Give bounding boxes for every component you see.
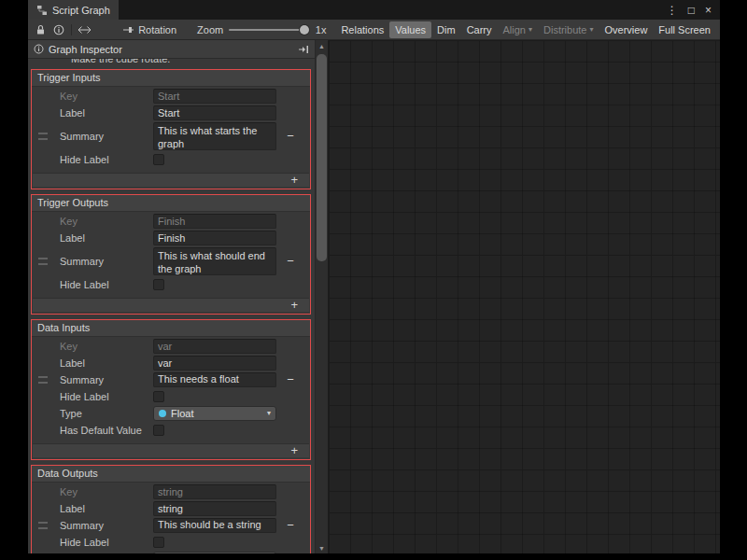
label-label: Label xyxy=(60,357,153,369)
close-icon[interactable]: × xyxy=(705,5,712,16)
dim-button[interactable]: Dim xyxy=(431,21,461,38)
remove-item-button[interactable]: − xyxy=(284,520,297,531)
add-item-button[interactable]: + xyxy=(290,445,298,456)
inspector-body: Make the cube rotate. Trigger Inputs Key… xyxy=(28,59,315,553)
main-area: Graph Inspector Make the cube rotate. Tr xyxy=(28,40,720,553)
has-default-label: Has Default Value xyxy=(60,425,153,436)
add-item-button[interactable]: + xyxy=(290,300,298,311)
summary-input[interactable]: This is what should end the graph xyxy=(153,247,276,275)
remove-item-button[interactable]: − xyxy=(284,131,297,142)
menu-icon[interactable]: ⋮ xyxy=(667,5,678,16)
window-controls: ⋮ □ × xyxy=(667,0,720,20)
list-footer: + xyxy=(33,173,309,187)
full-screen-button[interactable]: Full Screen xyxy=(653,21,716,38)
remove-item-button[interactable]: − xyxy=(284,256,297,267)
key-row: Key xyxy=(32,89,310,104)
inspector-scrollbar[interactable]: ▲ ▼ xyxy=(315,40,328,553)
relations-button[interactable]: Relations xyxy=(335,21,389,38)
drag-handle-icon[interactable] xyxy=(38,523,48,529)
drag-handle-icon[interactable] xyxy=(38,377,48,384)
key-row: Key xyxy=(32,484,310,499)
label-input[interactable] xyxy=(153,105,276,120)
scrollbar-thumb[interactable] xyxy=(317,54,327,261)
connections-icon[interactable] xyxy=(78,22,92,37)
add-item-button[interactable]: + xyxy=(290,175,298,186)
has-default-row: Has Default Value xyxy=(32,423,310,438)
hide-label-row: Hide Label xyxy=(32,277,310,292)
values-button[interactable]: Values xyxy=(389,21,431,38)
key-row: Key xyxy=(32,339,310,354)
scroll-down-icon[interactable]: ▼ xyxy=(316,542,328,553)
summary-input[interactable]: This should be a string xyxy=(153,518,276,533)
distribute-button[interactable]: Distribute ▾ xyxy=(538,21,599,38)
summary-input[interactable]: This needs a float xyxy=(153,372,276,387)
summary-input[interactable]: This is what starts the graph xyxy=(153,122,276,150)
tab-bar: Script Graph ⋮ □ × xyxy=(28,0,720,20)
summary-label: Summary xyxy=(60,520,153,531)
summary-row: Summary This should be a string − xyxy=(32,518,310,533)
maximize-icon[interactable]: □ xyxy=(688,5,695,16)
hide-label-checkbox[interactable] xyxy=(153,391,164,402)
unity-window: Script Graph ⋮ □ × xyxy=(28,0,720,553)
type-dropdown[interactable]: Float ▾ xyxy=(153,406,276,421)
summary-row: Summary This is what should end the grap… xyxy=(32,247,310,275)
graph-canvas[interactable] xyxy=(328,40,720,553)
scroll-up-icon[interactable]: ▲ xyxy=(316,40,328,52)
toolbar-buttons: Relations Values Dim Carry Align ▾ Distr… xyxy=(335,21,716,38)
key-label: Key xyxy=(60,216,153,227)
dock-icon[interactable] xyxy=(298,45,309,54)
section-title: Data Inputs xyxy=(32,320,310,337)
has-default-checkbox[interactable] xyxy=(153,425,164,436)
key-label: Key xyxy=(60,341,153,352)
section-data-outputs: Data Outputs Key Label Summary Thi xyxy=(31,465,311,553)
label-label: Label xyxy=(60,107,153,119)
align-label: Align xyxy=(503,24,526,35)
hide-label-label: Hide Label xyxy=(60,537,153,548)
key-input[interactable] xyxy=(153,89,276,104)
hide-label-row: Hide Label xyxy=(32,535,310,550)
type-row: Type String ▾ xyxy=(32,552,310,553)
remove-item-button[interactable]: − xyxy=(284,374,297,385)
section-title: Trigger Inputs xyxy=(32,70,310,87)
graph-description-clipped: Make the cube rotate. xyxy=(28,59,315,67)
section-title: Trigger Outputs xyxy=(32,195,310,212)
key-input[interactable] xyxy=(153,339,276,354)
section-trigger-inputs: Trigger Inputs Key Label Summary T xyxy=(31,69,311,189)
zoom-slider-handle[interactable] xyxy=(300,25,309,35)
lock-icon[interactable] xyxy=(34,22,48,37)
dropdown-arrow-icon: ▾ xyxy=(589,26,593,34)
label-input[interactable] xyxy=(153,501,276,516)
hide-label-label: Hide Label xyxy=(60,154,153,165)
summary-label: Summary xyxy=(60,256,153,267)
hide-label-label: Hide Label xyxy=(60,279,153,290)
hide-label-row: Hide Label xyxy=(32,152,310,167)
drag-handle-icon[interactable] xyxy=(38,133,48,140)
drag-handle-icon[interactable] xyxy=(38,259,48,265)
distribute-label: Distribute xyxy=(543,24,586,35)
label-row: Label xyxy=(32,105,310,120)
tab-label: Script Graph xyxy=(52,5,110,16)
overview-button[interactable]: Overview xyxy=(599,21,654,38)
label-input[interactable] xyxy=(153,231,276,245)
graph-inspector-header[interactable]: Graph Inspector xyxy=(28,40,315,59)
label-input[interactable] xyxy=(153,356,276,371)
align-button[interactable]: Align ▾ xyxy=(498,21,538,38)
type-dropdown[interactable]: String ▾ xyxy=(153,552,276,553)
type-color-dot xyxy=(159,410,166,417)
key-label: Key xyxy=(60,91,153,102)
hide-label-checkbox[interactable] xyxy=(153,279,164,290)
hide-label-checkbox[interactable] xyxy=(153,537,164,548)
carry-button[interactable]: Carry xyxy=(461,21,498,38)
screen: Script Graph ⋮ □ × xyxy=(0,0,747,560)
hide-label-checkbox[interactable] xyxy=(153,154,164,165)
tab-script-graph[interactable]: Script Graph xyxy=(28,0,119,20)
zoom-slider[interactable] xyxy=(229,29,310,31)
key-input[interactable] xyxy=(153,484,276,499)
summary-label: Summary xyxy=(60,374,153,385)
zoom-label: Zoom xyxy=(197,24,223,35)
rotation-icon xyxy=(121,22,135,37)
dropdown-arrow-icon: ▾ xyxy=(529,26,532,34)
info-icon[interactable] xyxy=(51,22,65,37)
key-input[interactable] xyxy=(153,214,276,229)
label-label: Label xyxy=(60,232,153,244)
